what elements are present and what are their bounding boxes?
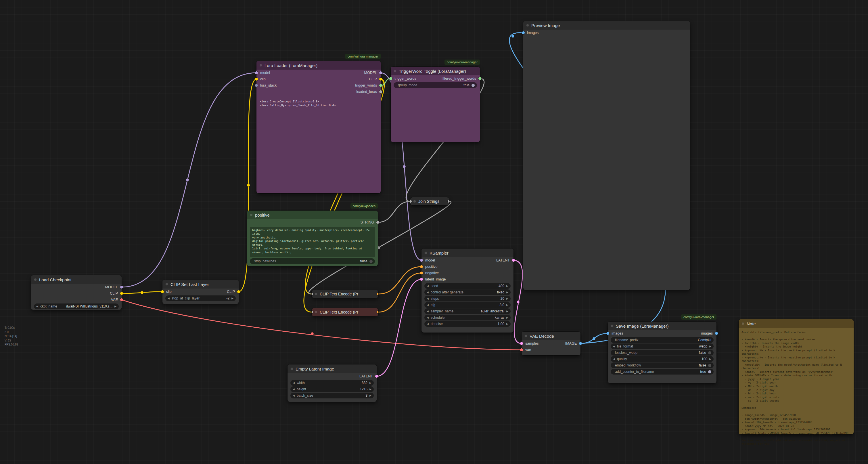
node-empty-latent-image[interactable]: Empty Latent Image LATENT ◀ width 832 ▶ …: [287, 365, 377, 402]
node-join-strings[interactable]: comfyui-kjnodes Join Strings: [410, 197, 449, 205]
node-title-bar[interactable]: CLIP Set Last Layer: [162, 280, 239, 289]
input-pin-model[interactable]: [255, 71, 258, 74]
output-pin-conditioning[interactable]: [377, 311, 378, 314]
input-pin-negative[interactable]: [420, 271, 423, 274]
next-arrow-icon[interactable]: ▶: [506, 291, 508, 294]
collapse-dot-icon[interactable]: [34, 278, 37, 281]
output-pin-filtered-trigger-words[interactable]: [478, 77, 481, 80]
node-positive-prompt[interactable]: comfyui-kjnodes positive STRING highres,…: [247, 210, 378, 266]
prev-arrow-icon[interactable]: ◀: [427, 316, 429, 319]
input-pin[interactable]: [312, 293, 313, 295]
prev-arrow-icon[interactable]: ◀: [293, 395, 295, 397]
output-pin-trigger-words[interactable]: [379, 84, 382, 87]
next-arrow-icon[interactable]: ▶: [369, 388, 371, 390]
collapse-dot-icon[interactable]: [526, 24, 529, 27]
next-arrow-icon[interactable]: ▶: [709, 358, 711, 360]
node-vae-decode[interactable]: VAE Decode samples IMAGE vae: [522, 332, 581, 355]
node-title-bar[interactable]: Load Checkpoint: [31, 275, 122, 284]
collapse-dot-icon[interactable]: [314, 311, 317, 314]
collapse-dot-icon[interactable]: [259, 64, 262, 67]
node-triggerword-toggle[interactable]: comfyui-lora-manager TriggerWord Toggle …: [391, 67, 480, 142]
node-title-bar[interactable]: Lora Loader (LoraManager): [256, 61, 381, 69]
output-pin-latent[interactable]: [512, 259, 515, 262]
input-pin-trigger-words[interactable]: [389, 77, 392, 80]
collapse-dot-icon[interactable]: [314, 293, 317, 295]
node-preview-image[interactable]: Preview Image images: [523, 21, 690, 290]
prev-arrow-icon[interactable]: ◀: [36, 305, 38, 308]
widget-batch-size[interactable]: ◀ batch_size 3 ▶: [290, 393, 374, 399]
input-pin-clip[interactable]: [161, 290, 164, 293]
output-pin-loaded-loras[interactable]: [379, 90, 382, 93]
collapse-dot-icon[interactable]: [394, 69, 397, 72]
input-pin-vae[interactable]: [520, 348, 523, 351]
widget-add-counter-to-filename[interactable]: add_counter_to_filename true: [611, 369, 714, 375]
widget-file-format[interactable]: ◀ file_format webp ▶: [611, 344, 714, 349]
widget-control-after-generate[interactable]: ◀ control after generate fixed ▶: [424, 289, 510, 295]
input-pin-samples[interactable]: [520, 342, 523, 345]
next-arrow-icon[interactable]: ▶: [369, 382, 371, 384]
output-pin-latent[interactable]: [375, 375, 378, 378]
collapse-dot-icon[interactable]: [524, 335, 527, 338]
next-arrow-icon[interactable]: ▶: [506, 323, 508, 325]
node-title-bar[interactable]: VAE Decode: [522, 332, 581, 340]
prev-arrow-icon[interactable]: ◀: [427, 304, 429, 307]
widget-group-mode[interactable]: group_mode true: [394, 82, 477, 88]
output-pin-conditioning[interactable]: [377, 293, 378, 295]
input-pin-images[interactable]: [607, 332, 609, 335]
input-pin-strings[interactable]: [410, 200, 412, 203]
prev-arrow-icon[interactable]: ◀: [293, 382, 295, 384]
node-title-bar[interactable]: Save Image (LoraManager): [608, 322, 716, 330]
widget-cfg[interactable]: ◀ cfg 8.0 ▶: [424, 302, 510, 308]
node-save-image[interactable]: comfyui-lora-manager Save Image (LoraMan…: [608, 322, 716, 383]
node-note[interactable]: Note Available filename_prefix Pattern C…: [739, 319, 854, 434]
prev-arrow-icon[interactable]: ◀: [613, 345, 615, 348]
prev-arrow-icon[interactable]: ◀: [167, 297, 169, 300]
node-title-bar[interactable]: Empty Latent Image: [287, 365, 377, 373]
widget-strip-newlines[interactable]: strip_newlines false: [250, 258, 375, 264]
input-pin-positive[interactable]: [420, 265, 423, 268]
prev-arrow-icon[interactable]: ◀: [613, 358, 615, 360]
node-title-bar[interactable]: positive: [247, 210, 378, 219]
widget-height[interactable]: ◀ height 1216 ▶: [290, 386, 374, 392]
next-arrow-icon[interactable]: ▶: [506, 310, 508, 313]
widget-filename-prefix[interactable]: filename_prefix ComfyUI: [611, 337, 714, 343]
widget-stop-at-clip-layer[interactable]: ◀ stop_at_clip_layer -2 ▶: [165, 295, 236, 301]
node-clip-set-last-layer[interactable]: CLIP Set Last Layer clip CLIP ◀ stop_at_…: [162, 280, 239, 304]
input-pin[interactable]: [312, 311, 313, 314]
prev-arrow-icon[interactable]: ◀: [427, 323, 429, 325]
widget-lossless-webp[interactable]: lossless_webp false: [611, 350, 714, 355]
widget-quality[interactable]: ◀ quality 100 ▶: [611, 356, 714, 362]
next-arrow-icon[interactable]: ▶: [115, 305, 117, 308]
next-arrow-icon[interactable]: ▶: [506, 297, 508, 300]
collapse-dot-icon[interactable]: [413, 200, 416, 203]
next-arrow-icon[interactable]: ▶: [506, 316, 508, 319]
widget-seed[interactable]: ◀ seed 409 ▶: [424, 283, 510, 289]
input-pin-clip[interactable]: [255, 78, 258, 81]
node-title-bar[interactable]: Note: [739, 319, 854, 328]
toggle-knob-icon[interactable]: [471, 84, 475, 87]
node-load-checkpoint[interactable]: Load Checkpoint MODEL CLIP VAE ◀ ckpt_na…: [31, 275, 122, 310]
node-ksampler[interactable]: KSampler model LATENT positive negative …: [422, 249, 514, 332]
toggle-knob-icon[interactable]: [708, 370, 711, 373]
collapse-dot-icon[interactable]: [290, 367, 293, 370]
widget-embed-workflow[interactable]: embed_workflow false: [611, 362, 714, 368]
output-pin-string[interactable]: [448, 200, 449, 203]
prev-arrow-icon[interactable]: ◀: [293, 388, 295, 390]
prev-arrow-icon[interactable]: ◀: [427, 310, 429, 313]
output-pin-model[interactable]: [379, 71, 382, 74]
next-arrow-icon[interactable]: ▶: [369, 395, 371, 397]
prompt-textarea[interactable]: highres, very detailed, amazing quality,…: [250, 227, 375, 257]
collapse-dot-icon[interactable]: [424, 252, 427, 254]
node-graph-canvas[interactable]: Load Checkpoint MODEL CLIP VAE ◀ ckpt_na…: [0, 0, 868, 464]
output-pin-string[interactable]: [376, 221, 379, 224]
prev-arrow-icon[interactable]: ◀: [427, 285, 429, 287]
widget-denoise[interactable]: ◀ denoise 1.00 ▶: [424, 321, 510, 327]
prev-arrow-icon[interactable]: ◀: [427, 291, 429, 294]
toggle-knob-icon[interactable]: [708, 364, 711, 367]
output-pin-clip[interactable]: [379, 78, 382, 81]
next-arrow-icon[interactable]: ▶: [506, 304, 508, 307]
node-title-bar[interactable]: KSampler: [422, 249, 514, 257]
collapse-dot-icon[interactable]: [742, 322, 744, 325]
next-arrow-icon[interactable]: ▶: [506, 285, 508, 287]
output-pin-clip[interactable]: [237, 290, 240, 293]
